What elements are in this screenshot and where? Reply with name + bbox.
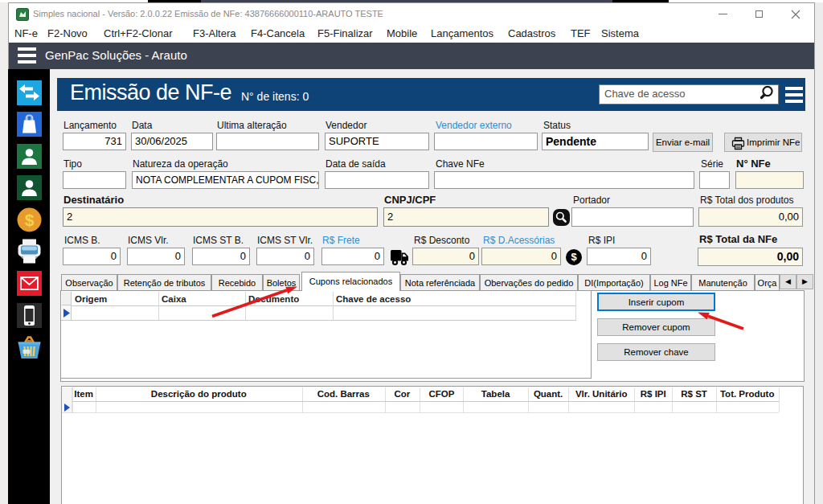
svg-text:$: $: [25, 211, 35, 229]
